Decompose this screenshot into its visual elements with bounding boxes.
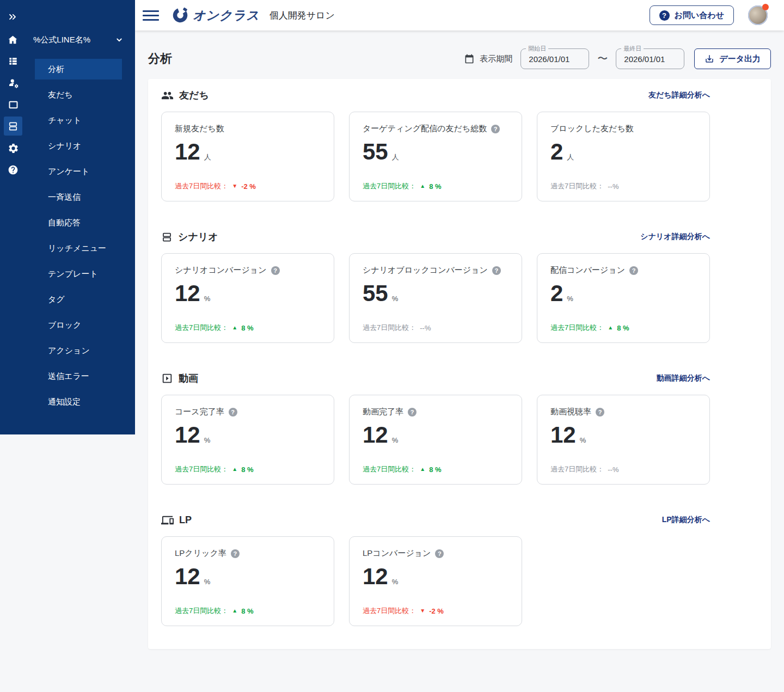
comparison-row: 過去7日間比較： 8 %: [550, 323, 696, 333]
display-period-label: 表示期間: [480, 54, 512, 64]
sidebar-item-auto-reply[interactable]: 自動応答: [35, 210, 122, 236]
data-export-button[interactable]: データ出力: [694, 48, 771, 69]
metric-unit: %: [204, 295, 211, 303]
section-title: LP: [179, 515, 192, 526]
rail-item-user-gear-icon[interactable]: [0, 72, 26, 94]
devices-icon: [161, 514, 174, 526]
metric-unit: %: [392, 578, 399, 586]
end-date-input[interactable]: [616, 49, 684, 69]
menu-item-label: 送信エラー: [48, 371, 89, 382]
help-icon[interactable]: [492, 266, 501, 275]
menu-item-label: ブロック: [48, 320, 81, 330]
comparison-label: 過去7日間比較：: [175, 181, 228, 191]
workspace-label: %公式LINE名%: [33, 35, 90, 45]
metric-card-scenario-block-conversion: シナリオブロックコンバージョン 55 % 過去7日間比較： --%: [349, 253, 522, 343]
sidebar-item-template[interactable]: テンプレート: [35, 261, 122, 287]
metric-unit: %: [204, 578, 211, 586]
section-title: 友だち: [179, 89, 209, 102]
comparison-row: 過去7日間比較： 8 %: [363, 464, 509, 474]
help-icon[interactable]: [408, 408, 416, 417]
metric-unit: %: [392, 436, 399, 444]
comparison-label: 過去7日間比較：: [175, 606, 228, 616]
rail-item-chat-window-icon[interactable]: [0, 94, 26, 115]
scenario-detail-link[interactable]: シナリオ詳細分析へ: [640, 232, 710, 242]
question-circle-icon: [659, 10, 670, 21]
metric-card-lp-click-rate: LPクリック率 12 % 過去7日間比較： 8 %: [161, 536, 334, 626]
metric-card-course-completion: コース完了率 12 % 過去7日間比較： 8 %: [161, 395, 334, 485]
help-icon[interactable]: [231, 549, 240, 558]
hamburger-menu-icon[interactable]: [143, 10, 159, 21]
trend-arrow-icon: [420, 608, 425, 614]
section-friends: 友だち 友だち詳細分析へ 新規友だち数 12 人 過去7日間比較： -2 % タ…: [161, 89, 710, 201]
video-detail-link[interactable]: 動画詳細分析へ: [657, 373, 710, 383]
trend-arrow-icon: [232, 325, 237, 330]
metric-unit: 人: [204, 152, 211, 162]
sidebar-item-notification-settings[interactable]: 通知設定: [35, 389, 122, 415]
menu-item-label: チャット: [48, 115, 81, 126]
sidebar-item-rich-menu[interactable]: リッチメニュー: [35, 236, 122, 261]
friends-detail-link[interactable]: 友だち詳細分析へ: [648, 90, 710, 100]
rail-item-list-icon[interactable]: [0, 50, 26, 72]
comparison-label: 過去7日間比較：: [550, 464, 604, 474]
sidebar-item-tag[interactable]: タグ: [35, 287, 122, 313]
chevron-down-icon: [114, 35, 124, 45]
metric-card-new-friends: 新規友だち数 12 人 過去7日間比較： -2 %: [161, 112, 334, 201]
help-icon[interactable]: [596, 408, 604, 417]
lp-detail-link[interactable]: LP詳細分析へ: [662, 515, 710, 525]
metric-value: 12: [363, 424, 388, 446]
comparison-row: 過去7日間比較： --%: [363, 323, 509, 333]
menu-item-label: タグ: [48, 295, 65, 305]
metric-unit: %: [392, 295, 399, 303]
comparison-row: 過去7日間比較： --%: [550, 181, 696, 191]
menu-item-label: 友だち: [48, 90, 73, 100]
metric-value: 2: [550, 140, 563, 163]
section-title: シナリオ: [178, 230, 218, 243]
user-avatar[interactable]: [748, 5, 768, 25]
comparison-row: 過去7日間比較： --%: [550, 464, 696, 474]
help-icon[interactable]: [229, 408, 237, 417]
sidebar-item-survey[interactable]: アンケート: [35, 159, 122, 185]
metric-title: ブロックした友だち数: [550, 124, 634, 134]
menu-item-label: リッチメニュー: [48, 243, 106, 254]
metric-value: 12: [363, 565, 388, 588]
workspace-selector[interactable]: %公式LINE名%: [0, 31, 135, 48]
comparison-row: 過去7日間比較： 8 %: [175, 606, 321, 616]
start-date-input[interactable]: [521, 49, 589, 69]
sidebar-item-action[interactable]: アクション: [35, 338, 122, 364]
contact-button[interactable]: お問い合わせ: [650, 5, 734, 25]
trend-value: 8 %: [241, 466, 253, 474]
sidebar-item-scenario[interactable]: シナリオ: [35, 133, 122, 159]
workspace-title: 個人開発サロン: [270, 9, 335, 22]
rail-item-help-icon[interactable]: [0, 159, 26, 181]
sidebar-item-broadcast[interactable]: 一斉送信: [35, 185, 122, 210]
section-video: 動画 動画詳細分析へ コース完了率 12 % 過去7日間比較： 8 %: [161, 372, 710, 485]
metric-unit: %: [580, 436, 586, 444]
help-icon[interactable]: [491, 125, 500, 133]
metric-card-delivery-conversion: 配信コンバージョン 2 % 過去7日間比較： 8 %: [537, 253, 710, 343]
metric-value: 12: [550, 424, 576, 446]
metric-title: ターゲティング配信の友だち総数: [363, 124, 487, 134]
sidebar-collapse-button[interactable]: [7, 11, 18, 22]
rail-item-settings-icon[interactable]: [0, 137, 26, 159]
sidebar-item-block[interactable]: ブロック: [35, 313, 122, 338]
sidebar-item-friends[interactable]: 友だち: [35, 82, 122, 108]
help-icon[interactable]: [629, 266, 638, 275]
metric-value: 12: [175, 140, 200, 163]
sidebar-item-send-error[interactable]: 送信エラー: [35, 364, 122, 389]
metric-value: 12: [175, 565, 200, 588]
menu-item-label: アンケート: [48, 167, 89, 177]
onclass-logo[interactable]: オンクラス: [172, 7, 260, 24]
trend-arrow-icon: [232, 608, 237, 614]
menu-item-label: 分析: [48, 64, 64, 75]
help-icon[interactable]: [271, 266, 280, 275]
sidebar-item-chat[interactable]: チャット: [35, 108, 122, 133]
help-icon[interactable]: [435, 549, 444, 558]
sidebar-item-analysis[interactable]: 分析: [35, 57, 122, 82]
top-header: オンクラス 個人開発サロン お問い合わせ: [135, 0, 784, 30]
rail-item-scenario-icon[interactable]: [0, 115, 26, 137]
chevrons-right-icon: [7, 11, 18, 22]
metric-value: 12: [175, 424, 200, 446]
page-toolbar: 分析 表示期間 開始日 〜 最終日 データ出力: [148, 44, 771, 74]
metric-title: LPコンバージョン: [363, 548, 431, 559]
trend-value: 8 %: [617, 324, 629, 332]
